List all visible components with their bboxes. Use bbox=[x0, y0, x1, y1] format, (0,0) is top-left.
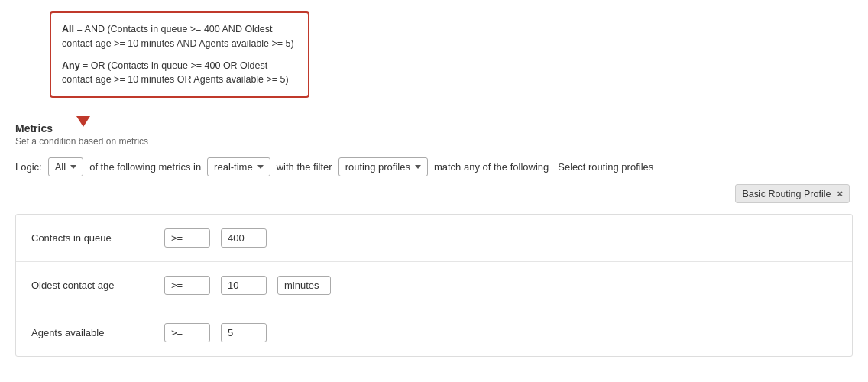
logic-label: Logic: bbox=[15, 161, 42, 173]
tag-close-icon[interactable]: × bbox=[837, 188, 843, 199]
operator-value-contacts: >= bbox=[171, 232, 183, 244]
tooltip-all-rest: = AND (Contacts in queue >= 400 AND Olde… bbox=[62, 24, 294, 49]
operator-value-agents: >= bbox=[171, 327, 183, 338]
tooltip-any-rest: = OR (Contacts in queue >= 400 OR Oldest… bbox=[62, 60, 289, 86]
table-row: Contacts in queue >= bbox=[16, 215, 852, 262]
tag-label: Basic Routing Profile bbox=[742, 189, 831, 199]
metric-name-agents: Agents available bbox=[31, 327, 154, 338]
value-input-agents[interactable] bbox=[221, 323, 267, 342]
operator-value-oldest: >= bbox=[171, 280, 183, 291]
tooltip-arrow bbox=[76, 116, 90, 127]
with-filter-text: with the filter bbox=[277, 161, 332, 173]
metrics-section-header: Metrics Set a condition based on metrics bbox=[15, 122, 853, 147]
logic-row: Logic: All of the following metrics in r… bbox=[15, 157, 853, 176]
section-subtitle: Set a condition based on metrics bbox=[15, 136, 853, 147]
tooltip-all-bold: All bbox=[62, 24, 74, 34]
metric-name-oldest: Oldest contact age bbox=[31, 280, 154, 291]
realtime-arrow-icon bbox=[257, 165, 264, 169]
tooltip-any-line: Any = OR (Contacts in queue >= 400 OR Ol… bbox=[62, 59, 297, 88]
filter-value: routing profiles bbox=[345, 161, 410, 173]
select-routing-placeholder[interactable]: Select routing profiles bbox=[558, 161, 653, 173]
operator-dropdown-contacts[interactable]: >= bbox=[164, 228, 210, 248]
filter-dropdown[interactable]: routing profiles bbox=[338, 157, 428, 176]
realtime-dropdown[interactable]: real-time bbox=[207, 157, 270, 176]
logic-all-arrow-icon bbox=[70, 165, 76, 169]
value-input-contacts[interactable] bbox=[221, 228, 267, 248]
routing-profile-tag: Basic Routing Profile × bbox=[735, 184, 850, 203]
logic-all-dropdown[interactable]: All bbox=[48, 157, 83, 176]
logic-all-value: All bbox=[55, 161, 66, 173]
page-container: All = AND (Contacts in queue >= 400 AND … bbox=[0, 0, 868, 372]
of-following-text: of the following metrics in bbox=[89, 161, 201, 173]
filter-arrow-icon bbox=[415, 165, 421, 169]
tooltip-all-line: All = AND (Contacts in queue >= 400 AND … bbox=[62, 22, 297, 51]
metric-name-contacts: Contacts in queue bbox=[31, 232, 154, 244]
section-title: Metrics bbox=[15, 122, 853, 134]
table-row: Agents available >= bbox=[16, 309, 852, 356]
value-input-oldest[interactable] bbox=[221, 276, 267, 295]
operator-dropdown-oldest[interactable]: >= bbox=[164, 276, 210, 295]
match-text: match any of the following bbox=[434, 161, 549, 173]
tooltip-box: All = AND (Contacts in queue >= 400 AND … bbox=[50, 11, 309, 98]
table-row: Oldest contact age >= minutes bbox=[16, 262, 852, 309]
unit-value-oldest: minutes bbox=[284, 280, 319, 291]
unit-dropdown-oldest[interactable]: minutes bbox=[277, 276, 331, 295]
operator-dropdown-agents[interactable]: >= bbox=[164, 323, 210, 342]
tooltip-any-bold: Any bbox=[62, 60, 80, 71]
realtime-value: real-time bbox=[214, 161, 253, 173]
tag-row: Basic Routing Profile × bbox=[15, 184, 853, 203]
metrics-container: Contacts in queue >= Oldest contact age … bbox=[15, 214, 853, 357]
